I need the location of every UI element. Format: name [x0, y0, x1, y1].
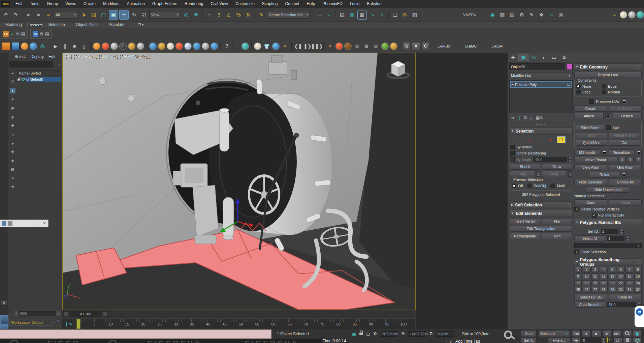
rectangular-selection-region-icon[interactable]	[99, 10, 108, 19]
select-and-rotate-icon[interactable]	[130, 10, 138, 19]
menubar-item[interactable]: Create	[80, 0, 99, 8]
smoothing-group-button[interactable]: 8	[634, 267, 642, 273]
go-to-end-button[interactable]: ▶▶|	[612, 330, 621, 337]
menubar-item[interactable]: Customize	[232, 0, 258, 8]
collapse-button[interactable]: Collapse	[609, 106, 642, 112]
redo-icon[interactable]	[11, 10, 20, 19]
by-vertex-checkbox[interactable]	[510, 145, 515, 149]
railclone-tools-icon[interactable]	[40, 31, 44, 36]
retriangulate-button[interactable]: Retriangulate	[510, 233, 540, 239]
render-preset-list-icon[interactable]	[610, 10, 619, 19]
select-by-sg-button[interactable]: Select By SG	[574, 294, 607, 300]
smoothing-group-button[interactable]: 22	[617, 280, 624, 286]
menubar-item[interactable]: Lucid	[346, 0, 363, 8]
preset-smoke-icon[interactable]	[110, 42, 118, 50]
rollout-pin-icon[interactable]: ▫	[637, 65, 640, 69]
perspective-viewport[interactable]: [ + ] [ Perspective ] [ Standard ] [ Def…	[62, 53, 416, 310]
make-planar-button[interactable]: Make Planar	[574, 157, 617, 163]
ring-spinner[interactable]: ▲▼	[537, 171, 540, 177]
siger-c-button[interactable]: C	[421, 42, 429, 50]
grow-button[interactable]: Grow	[542, 164, 572, 170]
explorer-filter-icon[interactable]: ✳	[10, 175, 15, 181]
explorer-filter-icon[interactable]: ◎	[10, 114, 15, 120]
simulation-delete-icon[interactable]	[80, 42, 88, 50]
rollout-selection-header[interactable]: ▼ Selection ▫	[509, 127, 573, 135]
smoothing-group-button[interactable]: 26	[583, 287, 590, 293]
explorer-filter-icon[interactable]: ▣	[10, 105, 15, 111]
smoothing-group-button[interactable]: 2	[583, 267, 590, 273]
phoenix-help-icon[interactable]	[223, 42, 231, 50]
archvision-icon[interactable]	[242, 42, 249, 50]
explorer-filter-icon[interactable]: ⚑	[10, 184, 15, 190]
orbit-icon[interactable]	[633, 338, 642, 343]
set-id-spinner[interactable]: ▲▼	[620, 229, 624, 234]
edit-triangulation-button[interactable]: Edit Triangulation	[510, 226, 572, 232]
diamond-plugin-icon[interactable]	[390, 42, 397, 50]
menubar-item[interactable]: PhoenixFD	[319, 0, 346, 8]
subobject-element-icon[interactable]: ❒	[557, 136, 566, 143]
zoom-extents-icon[interactable]: ▣	[633, 330, 642, 337]
forest-library-icon[interactable]	[21, 31, 25, 36]
maxscript-mini-listener[interactable]	[0, 330, 271, 339]
forest-tools-icon[interactable]	[16, 31, 20, 36]
material-editor-icon[interactable]	[488, 10, 497, 19]
smoothing-group-button[interactable]: 11	[591, 274, 599, 279]
smoothing-group-button[interactable]: 24	[634, 280, 642, 286]
rollout-material-ids-header[interactable]: ▼ Polygon: Material IDs ▫	[574, 219, 642, 226]
go-to-start-button[interactable]: |◀◀	[572, 330, 581, 337]
menubar-item[interactable]: Help	[303, 0, 319, 8]
by-angle-spinner[interactable]: ▲▼	[568, 157, 572, 162]
preview-off-radio[interactable]	[512, 183, 516, 188]
smoothing-group-button[interactable]: 12	[600, 274, 607, 279]
object-name-field[interactable]: Object01	[509, 63, 565, 70]
pin-stack-icon[interactable]: ➟	[511, 115, 514, 120]
slice-button[interactable]: Slice	[576, 132, 607, 138]
menubar-item[interactable]: Graph Editors	[149, 0, 181, 8]
motion-mixer-icon[interactable]	[547, 10, 555, 19]
next-key-button[interactable]: |▶	[603, 330, 611, 337]
by-angle-checkbox[interactable]	[510, 157, 515, 162]
select-by-name-icon[interactable]	[89, 10, 98, 19]
isolate-selection-icon[interactable]	[391, 10, 399, 19]
tab-modify-icon[interactable]: ▣	[518, 54, 528, 61]
preset-explosion-icon[interactable]	[102, 42, 109, 50]
explorer-filter-icon[interactable]: ▤	[10, 167, 15, 172]
simulation-pause-icon[interactable]	[61, 42, 69, 50]
subobject-edge-icon[interactable]: ◺	[526, 137, 534, 143]
smoothing-group-button[interactable]: 15	[625, 274, 633, 279]
cactus-plugin-icon[interactable]	[381, 42, 389, 50]
rollout-soft-selection-header[interactable]: ▶ Soft Selection ▫	[509, 201, 573, 208]
simulation-play-icon[interactable]	[52, 42, 60, 50]
smoothing-group-button[interactable]: 7	[625, 267, 633, 273]
detach-button[interactable]: Detach	[613, 113, 642, 119]
spray-tool-icon[interactable]	[272, 42, 280, 50]
scroll-right-icon[interactable]: ›	[56, 311, 61, 316]
preview-grab-icon[interactable]	[556, 10, 565, 19]
siger-s-button[interactable]: S	[402, 42, 411, 50]
tessellate-button[interactable]: Tessellate	[609, 149, 635, 155]
environment-settings-icon[interactable]	[517, 10, 526, 19]
modifier-stack[interactable]: ▶ Editable Poly ❐	[509, 80, 573, 113]
smoothing-group-button[interactable]: 6	[617, 267, 624, 273]
activeshade-icon[interactable]	[637, 11, 644, 19]
grid-align-button[interactable]: Grid Align	[609, 164, 642, 170]
preset-beer-icon[interactable]	[158, 42, 165, 50]
zoom-icon[interactable]	[623, 330, 632, 337]
snap-toggle-3d-icon[interactable]	[215, 10, 223, 19]
preview-multi-radio[interactable]	[550, 183, 555, 188]
ribbon-tab[interactable]: Selection	[43, 22, 70, 28]
preset-aquarium-icon[interactable]	[211, 42, 218, 50]
settings-gear3-icon[interactable]	[372, 42, 380, 50]
key-filter-dropdown[interactable]: Selected ▼	[538, 330, 570, 337]
previous-frame-icon[interactable]: ‹	[63, 311, 68, 317]
hide-selected-button[interactable]: Hide Selected	[574, 179, 607, 185]
select-and-manipulate-icon[interactable]	[192, 10, 200, 19]
smoothing-group-button[interactable]: 9	[574, 274, 582, 279]
smoothing-group-button[interactable]: 21	[609, 280, 616, 286]
paste-button[interactable]: Paste	[609, 199, 642, 205]
explorer-object-label[interactable]: 0 (default)	[26, 77, 61, 82]
forestpack-icon[interactable]: Fp	[3, 31, 9, 37]
smoothing-group-button[interactable]: 19	[591, 280, 599, 286]
keyboard-shortcut-override-icon[interactable]	[205, 10, 214, 19]
smoothing-group-button[interactable]: 28	[600, 287, 607, 293]
